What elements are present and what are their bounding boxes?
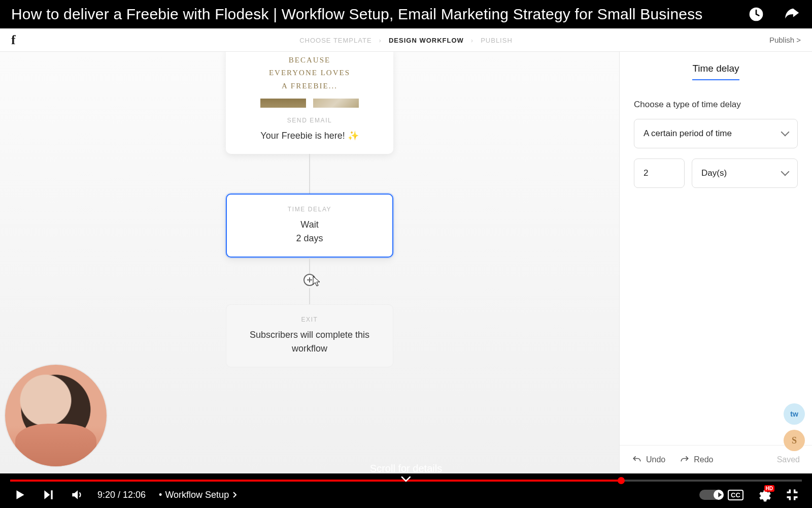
- chevron-right-icon: ›: [379, 36, 382, 44]
- redo-label: Redo: [694, 455, 713, 464]
- cc-icon: CC: [728, 490, 743, 500]
- connector-line: [309, 258, 310, 274]
- exit-description: Subscribers will complete this workflow: [240, 328, 380, 356]
- play-button[interactable]: [12, 487, 27, 502]
- workflow-step-send-email[interactable]: BECAUSE EVERYONE LOVES A FREEBIE... SEND…: [226, 52, 393, 154]
- step-type-label: EXIT: [240, 316, 380, 323]
- email-subject: Your Freebie is here! ✨: [239, 129, 380, 143]
- chevron-down-icon: [781, 168, 790, 176]
- time-delay-type-select[interactable]: A certain period of time: [634, 119, 798, 148]
- share-icon[interactable]: [783, 5, 801, 23]
- captions-button[interactable]: CC: [728, 487, 743, 502]
- step-type-label: TIME DELAY: [240, 206, 379, 213]
- chevron-down-icon: [401, 475, 411, 483]
- email-preview-text: EVERYONE LOVES: [269, 67, 350, 80]
- exit-fullscreen-button[interactable]: [785, 487, 800, 502]
- side-panel: Time delay Choose a type of time delay A…: [619, 52, 812, 473]
- time-delay-unit-select[interactable]: Day(s): [692, 158, 798, 188]
- hd-badge: HD: [764, 485, 774, 492]
- settings-button[interactable]: HD: [756, 488, 771, 501]
- extension-badges: tw S: [784, 403, 805, 451]
- undo-icon: [632, 455, 642, 465]
- saved-status: Saved: [777, 455, 800, 464]
- publish-button[interactable]: Publish >: [769, 36, 801, 44]
- next-button[interactable]: [41, 487, 56, 502]
- extension-badge-tw[interactable]: tw: [784, 403, 805, 425]
- tab-time-delay[interactable]: Time delay: [692, 63, 739, 80]
- breadcrumb: CHOOSE TEMPLATE › DESIGN WORKFLOW › PUBL…: [299, 36, 513, 44]
- delay-wait-label: Wait: [240, 218, 379, 232]
- undo-label: Undo: [646, 455, 665, 464]
- presenter-webcam: [5, 365, 107, 466]
- time-delay-type-label: Choose a type of time delay: [634, 100, 798, 110]
- connector-line: [309, 288, 310, 304]
- chapter-button[interactable]: • Workflow Setup: [159, 490, 238, 500]
- video-frame: f CHOOSE TEMPLATE › DESIGN WORKFLOW › PU…: [0, 28, 812, 473]
- chevron-right-icon: ›: [471, 36, 473, 44]
- breadcrumb-design-workflow[interactable]: DESIGN WORKFLOW: [389, 36, 464, 44]
- delay-duration: 2 days: [240, 232, 379, 245]
- time-current: 9:20: [97, 490, 115, 500]
- time-display: 9:20 / 12:06: [97, 490, 146, 500]
- time-delay-amount-input[interactable]: 2: [634, 158, 685, 188]
- video-title[interactable]: How to deliver a Freebie with Flodesk | …: [11, 6, 747, 23]
- scroll-hint-label: Scroll for details: [370, 463, 442, 474]
- workflow-step-exit[interactable]: EXIT Subscribers will complete this work…: [226, 304, 393, 367]
- watch-later-icon[interactable]: [747, 5, 765, 23]
- step-type-label: SEND EMAIL: [239, 117, 380, 124]
- time-total: 12:06: [123, 490, 146, 500]
- flodesk-topbar: f CHOOSE TEMPLATE › DESIGN WORKFLOW › PU…: [0, 28, 812, 52]
- autoplay-toggle[interactable]: [699, 487, 715, 502]
- email-preview-thumbnail: BECAUSE EVERYONE LOVES A FREEBIE...: [239, 52, 380, 108]
- breadcrumb-choose-template[interactable]: CHOOSE TEMPLATE: [299, 36, 371, 44]
- progress-played: [10, 480, 621, 482]
- chevron-right-icon: [232, 492, 238, 498]
- workflow-step-time-delay[interactable]: TIME DELAY Wait 2 days: [226, 194, 393, 258]
- redo-button[interactable]: Redo: [680, 455, 713, 465]
- select-value: Day(s): [701, 168, 727, 178]
- email-preview-text: BECAUSE: [289, 54, 330, 67]
- undo-button[interactable]: Undo: [632, 455, 665, 465]
- volume-button[interactable]: [69, 487, 84, 502]
- extension-badge-s[interactable]: S: [784, 430, 805, 451]
- cursor-icon: [313, 276, 323, 287]
- youtube-top-overlay: How to deliver a Freebie with Flodesk | …: [0, 0, 812, 28]
- chapter-label: Workflow Setup: [165, 490, 229, 500]
- flodesk-logo[interactable]: f: [11, 33, 16, 48]
- email-preview-text: A FREEBIE...: [282, 80, 337, 93]
- breadcrumb-publish[interactable]: PUBLISH: [481, 36, 513, 44]
- progress-knob[interactable]: [618, 477, 625, 484]
- input-value: 2: [644, 168, 648, 178]
- redo-icon: [680, 455, 690, 465]
- connector-line: [309, 154, 310, 194]
- chevron-down-icon: [781, 128, 790, 137]
- select-value: A certain period of time: [644, 129, 732, 139]
- scroll-for-details[interactable]: Scroll for details: [370, 463, 442, 483]
